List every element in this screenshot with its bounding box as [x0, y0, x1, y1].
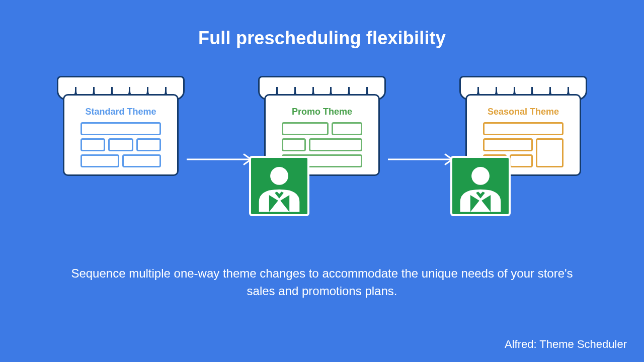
store-label-standard: Standard Theme	[72, 107, 169, 117]
page-title: Full prescheduling flexibility	[0, 0, 644, 49]
subtitle: Sequence multiple one-way theme changes …	[0, 265, 644, 300]
footer-brand: Alfred: Theme Scheduler	[505, 338, 627, 351]
store-label-promo: Promo Theme	[274, 107, 370, 117]
theme-layout-standard	[80, 122, 161, 167]
diagram-row: Standard Theme Promo Theme	[0, 94, 644, 210]
butler-icon	[450, 156, 511, 216]
svg-point-1	[270, 167, 288, 185]
store-standard: Standard Theme	[63, 94, 179, 176]
store-promo: Promo Theme	[264, 94, 380, 176]
svg-point-3	[471, 167, 490, 185]
store-seasonal: Seasonal Theme	[465, 94, 581, 176]
store-label-seasonal: Seasonal Theme	[475, 107, 572, 117]
butler-icon	[249, 156, 309, 216]
storefront-icon: Standard Theme	[63, 94, 179, 176]
